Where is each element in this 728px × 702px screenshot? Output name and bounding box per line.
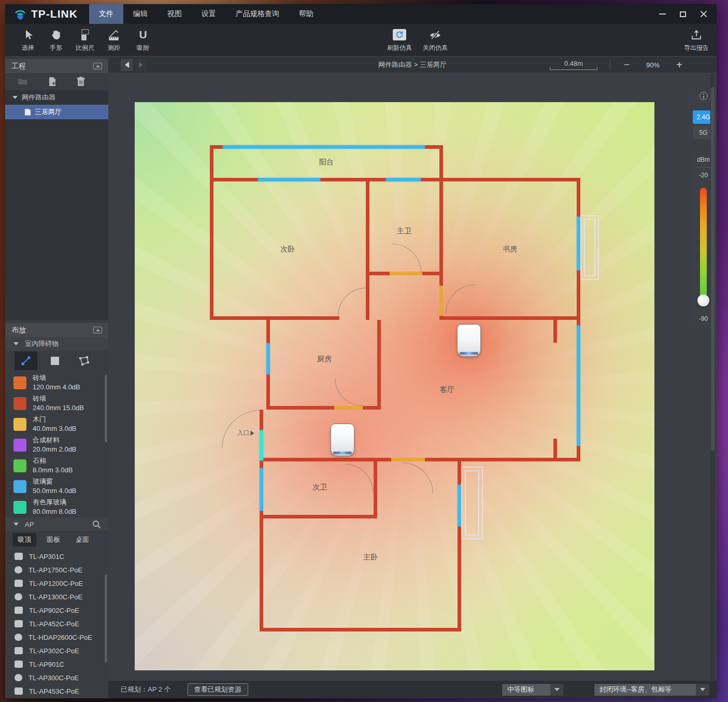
menu-edit[interactable]: 编辑 <box>123 4 158 24</box>
eye-slash-icon <box>417 28 453 41</box>
icon-size-dropdown[interactable]: 中等图标 <box>502 683 564 696</box>
ap-square-icon <box>15 687 23 695</box>
ap-device-2[interactable] <box>331 424 354 456</box>
floorplan-heatmap[interactable]: 阳台 次卧 主卫 书房 厨房 客厅 次卫 主卧 入口 <box>135 102 654 670</box>
ap-model-item[interactable]: TL-AP1300C-PoE <box>5 590 108 603</box>
info-icon <box>700 92 708 100</box>
chevron-down-icon <box>550 684 564 696</box>
zoom-in-button[interactable]: + <box>676 59 682 71</box>
ap-model-item[interactable]: TL-AP901C <box>5 657 108 671</box>
door-arc <box>338 288 366 316</box>
menu-help[interactable]: 帮助 <box>289 4 323 24</box>
placement-panel-header: 布放 <box>5 323 108 337</box>
brand: TP-LINK <box>5 4 89 24</box>
project-tree: 网件路由器 三居两厅 <box>5 90 108 320</box>
scale-indicator: 0.48m <box>550 59 597 70</box>
maximize-button[interactable] <box>676 8 690 20</box>
window-segment <box>223 145 425 149</box>
window-segment <box>258 178 320 181</box>
room-label-kitchen: 厨房 <box>317 355 332 364</box>
material-row[interactable]: 玻璃窗50.0mm 4.0dB <box>5 476 108 497</box>
room-label-bath2: 次卫 <box>312 483 327 492</box>
obstacles-group-row[interactable]: 室内障碍物 <box>5 337 108 350</box>
ap-model-item[interactable]: TL-AP300C-PoE <box>5 671 108 684</box>
refresh-simulation-button[interactable]: 刷新仿真 <box>381 28 418 52</box>
ap-model-item[interactable]: TL-AP1200C-PoE <box>5 577 108 590</box>
export-report-button[interactable]: 导出报告 <box>680 28 712 52</box>
ap-device-1[interactable] <box>457 324 481 357</box>
tree-node-floorplan[interactable]: 三居两厅 <box>5 105 108 119</box>
ap-model-item[interactable]: TL-HDAP2600C-PoE <box>5 630 108 644</box>
brand-name: TP-LINK <box>31 8 78 20</box>
collapse-panel-icon[interactable] <box>93 63 102 69</box>
ap-list-scrollbar[interactable] <box>105 574 107 663</box>
ap-group-row[interactable]: AP <box>5 517 108 531</box>
tab-ceiling[interactable]: 吸顶 <box>12 533 36 546</box>
material-row[interactable]: 石棉8.0mm 3.0dB <box>5 455 108 476</box>
entrance-label: 入口 <box>237 429 254 438</box>
wall <box>553 320 557 343</box>
expander-icon <box>13 523 19 526</box>
line-tool-button[interactable] <box>15 352 37 370</box>
new-document-icon[interactable] <box>48 77 57 87</box>
material-row[interactable]: 合成材料20.0mm 2.0dB <box>5 434 108 455</box>
dbm-slider-knob[interactable] <box>697 294 709 306</box>
measure-icon <box>99 28 129 41</box>
ap-round-icon <box>15 566 22 573</box>
menu-settings[interactable]: 设置 <box>192 4 226 24</box>
canvas-scrollbar-thumb[interactable] <box>711 87 715 451</box>
file-icon <box>25 109 31 116</box>
tool-select[interactable]: 选择 <box>13 28 43 52</box>
window-segment <box>260 468 263 511</box>
bay-window <box>461 467 483 539</box>
door-segment <box>439 286 443 316</box>
open-folder-icon[interactable] <box>18 77 28 86</box>
app-window: TP-LINK 文件 编辑 视图 设置 产品规格查询 帮助 选择 手形 比例尺 <box>5 4 717 698</box>
menu-view[interactable]: 视图 <box>158 4 192 24</box>
window-segment <box>386 178 421 181</box>
window-controls <box>655 4 717 24</box>
canvas-scrollbar[interactable] <box>710 74 715 680</box>
ap-model-item[interactable]: TL-AP301C <box>5 550 108 563</box>
tool-scale-ruler[interactable]: 比例尺 <box>70 28 100 52</box>
polygon-tool-button[interactable] <box>73 352 95 370</box>
search-icon[interactable] <box>92 520 101 529</box>
expander-icon[interactable] <box>12 96 18 99</box>
collapse-panel-icon[interactable] <box>93 327 102 333</box>
ap-round-icon <box>15 593 22 600</box>
close-simulation-button[interactable]: 关闭仿真 <box>417 28 453 52</box>
minimize-icon <box>659 13 666 15</box>
material-row[interactable]: 砖墙120.0mm 4.0dB <box>5 372 108 393</box>
material-row[interactable]: 有色厚玻璃80.0mm 8.0dB <box>5 497 108 517</box>
window-segment <box>577 217 580 270</box>
ap-model-item[interactable]: TL-AP302C-PoE <box>5 644 108 657</box>
tool-hand[interactable]: 手形 <box>41 28 71 52</box>
pointer-icon <box>13 28 43 41</box>
tool-snap[interactable]: U 吸附 <box>128 28 158 52</box>
tab-desktop[interactable]: 桌面 <box>70 533 94 546</box>
window-segment <box>458 485 461 526</box>
ap-model-item[interactable]: TL-AP902C-PoE <box>5 603 108 617</box>
materials-scrollbar[interactable] <box>105 375 107 442</box>
menu-product-specs[interactable]: 产品规格查询 <box>226 4 289 24</box>
delete-icon[interactable] <box>77 77 85 86</box>
menu-file[interactable]: 文件 <box>89 4 123 24</box>
view-planned-resources-button[interactable]: 查看已规划资源 <box>188 683 248 696</box>
tab-panel[interactable]: 面板 <box>41 533 65 546</box>
material-row[interactable]: 砖墙240.0mm 15.0dB <box>5 393 108 414</box>
close-button[interactable] <box>697 8 710 20</box>
tool-measure[interactable]: 测距 <box>99 28 129 52</box>
minimize-button[interactable] <box>655 8 669 20</box>
wall <box>553 439 557 461</box>
room-label-study: 书房 <box>503 245 517 254</box>
canvas-area: 网件路由器 > 三居两厅 0.48m − 90% + <box>108 56 717 698</box>
ap-model-item[interactable]: TL-AP452C-PoE <box>5 617 108 630</box>
environment-dropdown[interactable]: 封闭环境--客房、包厢等 <box>594 683 710 696</box>
ap-model-item[interactable]: TL-AP1750C-PoE <box>5 563 108 577</box>
ap-square-icon <box>15 553 23 560</box>
zoom-out-button[interactable]: − <box>624 59 630 71</box>
tree-node-root[interactable]: 网件路由器 <box>5 90 108 105</box>
ap-model-item[interactable]: TL-AP453C-PoE <box>5 684 108 698</box>
rect-tool-button[interactable] <box>44 352 66 370</box>
material-row[interactable]: 木门40.0mm 3.0dB <box>5 414 108 434</box>
